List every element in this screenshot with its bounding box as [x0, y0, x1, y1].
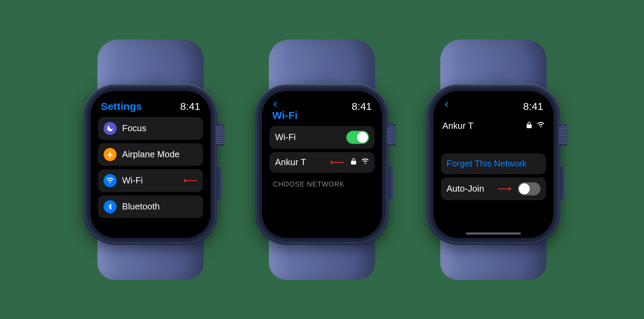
status-bar: Settings 8:41 [98, 99, 203, 115]
watch-settings: Settings 8:41 Focus Airplane Mode Wi-Fi [75, 39, 226, 280]
watch-case: Settings 8:41 Focus Airplane Mode Wi-Fi [84, 84, 217, 245]
screen-title: Settings [101, 101, 142, 112]
back-button[interactable] [444, 101, 450, 108]
home-indicator [466, 232, 521, 235]
wifi-toggle[interactable] [346, 131, 369, 144]
status-bar: 8:41 [441, 99, 546, 115]
row-label: Focus [122, 123, 198, 134]
clock-time: 8:41 [180, 101, 200, 112]
screen-wifi-detail: 8:41 Ankur T Forget This Network Auto-Jo… [433, 91, 553, 238]
digital-crown[interactable] [559, 124, 567, 146]
moon-icon [104, 122, 117, 135]
watch-case: Wi-Fi 8:41 Wi-Fi Ankur T [255, 84, 389, 245]
side-button[interactable] [560, 167, 564, 200]
side-button[interactable] [217, 167, 222, 200]
airplane-icon [104, 148, 117, 161]
autojoin-row[interactable]: Auto-Join [441, 178, 546, 200]
network-status-icons [525, 121, 545, 131]
network-status-icons [350, 157, 369, 168]
watch-case: 8:41 Ankur T Forget This Network Auto-Jo… [427, 84, 560, 245]
screen-title: Wi-Fi [272, 110, 298, 121]
bluetooth-icon [104, 200, 117, 213]
wifi-toggle-row[interactable]: Wi-Fi [270, 126, 374, 149]
row-label: Wi-Fi [275, 132, 341, 143]
clock-time: 8:41 [352, 101, 372, 112]
clock-time: 8:41 [523, 101, 543, 112]
back-button[interactable] [272, 101, 298, 108]
pointer-arrow-icon [497, 186, 512, 192]
row-label: Auto-Join [446, 183, 492, 194]
settings-row-wifi[interactable]: Wi-Fi [98, 169, 203, 192]
status-bar: Wi-Fi 8:41 [270, 99, 374, 124]
wifi-icon [361, 157, 369, 168]
wifi-icon [537, 121, 545, 131]
wifi-detail-list: Forget This Network Auto-Join [441, 153, 546, 200]
watch-wifi-list: Wi-Fi 8:41 Wi-Fi Ankur T [247, 39, 397, 280]
digital-crown[interactable] [387, 124, 396, 146]
network-name: Ankur T [275, 157, 324, 168]
lock-icon [350, 157, 357, 168]
autojoin-toggle[interactable] [518, 182, 540, 195]
row-label: Airplane Mode [122, 149, 198, 160]
row-label: Bluetooth [122, 201, 198, 212]
watch-wifi-detail: 8:41 Ankur T Forget This Network Auto-Jo… [418, 39, 569, 280]
forget-network-row[interactable]: Forget This Network [441, 153, 546, 174]
wifi-list: Wi-Fi Ankur T [270, 126, 374, 173]
section-header: CHOOSE NETWORK [270, 173, 374, 190]
settings-list: Focus Airplane Mode Wi-Fi Bluetooth [98, 117, 203, 218]
settings-row-focus[interactable]: Focus [98, 117, 203, 140]
pointer-arrow-icon [182, 178, 198, 183]
side-button[interactable] [389, 167, 393, 200]
settings-row-bluetooth[interactable]: Bluetooth [98, 195, 203, 218]
screen-wifi-list: Wi-Fi 8:41 Wi-Fi Ankur T [262, 91, 382, 238]
settings-row-airplane[interactable]: Airplane Mode [98, 143, 203, 166]
digital-crown[interactable] [216, 124, 224, 146]
wifi-network-row[interactable]: Ankur T [270, 152, 374, 173]
wifi-icon [104, 174, 117, 187]
forget-network-label: Forget This Network [446, 158, 540, 169]
network-name: Ankur T [442, 121, 520, 131]
lock-icon [525, 121, 533, 131]
row-label: Wi-Fi [122, 175, 177, 186]
screen-settings: Settings 8:41 Focus Airplane Mode Wi-Fi [91, 91, 211, 238]
network-header: Ankur T [441, 116, 546, 136]
pointer-arrow-icon [329, 160, 344, 165]
